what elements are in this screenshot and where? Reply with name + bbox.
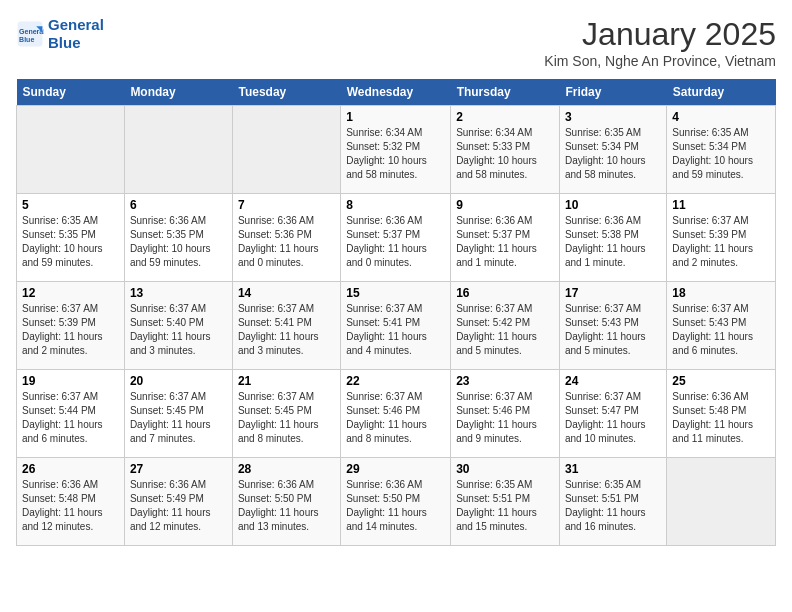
calendar-cell: 4Sunrise: 6:35 AM Sunset: 5:34 PM Daylig… xyxy=(667,106,776,194)
day-info: Sunrise: 6:36 AM Sunset: 5:48 PM Dayligh… xyxy=(672,390,770,446)
day-number: 13 xyxy=(130,286,227,300)
calendar-cell: 8Sunrise: 6:36 AM Sunset: 5:37 PM Daylig… xyxy=(341,194,451,282)
calendar-cell: 10Sunrise: 6:36 AM Sunset: 5:38 PM Dayli… xyxy=(559,194,666,282)
day-info: Sunrise: 6:35 AM Sunset: 5:51 PM Dayligh… xyxy=(456,478,554,534)
day-info: Sunrise: 6:35 AM Sunset: 5:34 PM Dayligh… xyxy=(565,126,661,182)
week-row-4: 19Sunrise: 6:37 AM Sunset: 5:44 PM Dayli… xyxy=(17,370,776,458)
calendar-cell: 17Sunrise: 6:37 AM Sunset: 5:43 PM Dayli… xyxy=(559,282,666,370)
day-info: Sunrise: 6:35 AM Sunset: 5:35 PM Dayligh… xyxy=(22,214,119,270)
day-info: Sunrise: 6:34 AM Sunset: 5:32 PM Dayligh… xyxy=(346,126,445,182)
day-number: 20 xyxy=(130,374,227,388)
calendar-cell: 27Sunrise: 6:36 AM Sunset: 5:49 PM Dayli… xyxy=(124,458,232,546)
day-number: 16 xyxy=(456,286,554,300)
day-info: Sunrise: 6:37 AM Sunset: 5:43 PM Dayligh… xyxy=(565,302,661,358)
day-info: Sunrise: 6:36 AM Sunset: 5:50 PM Dayligh… xyxy=(346,478,445,534)
week-row-2: 5Sunrise: 6:35 AM Sunset: 5:35 PM Daylig… xyxy=(17,194,776,282)
day-number: 23 xyxy=(456,374,554,388)
calendar-cell: 9Sunrise: 6:36 AM Sunset: 5:37 PM Daylig… xyxy=(451,194,560,282)
day-info: Sunrise: 6:37 AM Sunset: 5:45 PM Dayligh… xyxy=(130,390,227,446)
title-block: January 2025 Kim Son, Nghe An Province, … xyxy=(544,16,776,69)
calendar-cell: 14Sunrise: 6:37 AM Sunset: 5:41 PM Dayli… xyxy=(232,282,340,370)
day-info: Sunrise: 6:36 AM Sunset: 5:35 PM Dayligh… xyxy=(130,214,227,270)
day-number: 30 xyxy=(456,462,554,476)
day-info: Sunrise: 6:35 AM Sunset: 5:34 PM Dayligh… xyxy=(672,126,770,182)
day-info: Sunrise: 6:37 AM Sunset: 5:44 PM Dayligh… xyxy=(22,390,119,446)
day-number: 8 xyxy=(346,198,445,212)
day-info: Sunrise: 6:36 AM Sunset: 5:36 PM Dayligh… xyxy=(238,214,335,270)
day-info: Sunrise: 6:37 AM Sunset: 5:39 PM Dayligh… xyxy=(22,302,119,358)
svg-text:Blue: Blue xyxy=(19,36,34,43)
day-info: Sunrise: 6:37 AM Sunset: 5:43 PM Dayligh… xyxy=(672,302,770,358)
calendar-cell: 30Sunrise: 6:35 AM Sunset: 5:51 PM Dayli… xyxy=(451,458,560,546)
day-info: Sunrise: 6:37 AM Sunset: 5:47 PM Dayligh… xyxy=(565,390,661,446)
day-info: Sunrise: 6:37 AM Sunset: 5:40 PM Dayligh… xyxy=(130,302,227,358)
day-number: 22 xyxy=(346,374,445,388)
day-number: 10 xyxy=(565,198,661,212)
weekday-header-sunday: Sunday xyxy=(17,79,125,106)
day-number: 17 xyxy=(565,286,661,300)
day-info: Sunrise: 6:37 AM Sunset: 5:46 PM Dayligh… xyxy=(346,390,445,446)
week-row-5: 26Sunrise: 6:36 AM Sunset: 5:48 PM Dayli… xyxy=(17,458,776,546)
calendar-cell: 21Sunrise: 6:37 AM Sunset: 5:45 PM Dayli… xyxy=(232,370,340,458)
day-info: Sunrise: 6:36 AM Sunset: 5:37 PM Dayligh… xyxy=(456,214,554,270)
calendar-cell: 7Sunrise: 6:36 AM Sunset: 5:36 PM Daylig… xyxy=(232,194,340,282)
day-number: 6 xyxy=(130,198,227,212)
day-number: 27 xyxy=(130,462,227,476)
weekday-header-tuesday: Tuesday xyxy=(232,79,340,106)
day-number: 29 xyxy=(346,462,445,476)
calendar-cell: 22Sunrise: 6:37 AM Sunset: 5:46 PM Dayli… xyxy=(341,370,451,458)
calendar-cell: 5Sunrise: 6:35 AM Sunset: 5:35 PM Daylig… xyxy=(17,194,125,282)
weekday-header-saturday: Saturday xyxy=(667,79,776,106)
calendar-cell: 16Sunrise: 6:37 AM Sunset: 5:42 PM Dayli… xyxy=(451,282,560,370)
day-info: Sunrise: 6:37 AM Sunset: 5:42 PM Dayligh… xyxy=(456,302,554,358)
day-number: 4 xyxy=(672,110,770,124)
day-number: 1 xyxy=(346,110,445,124)
day-info: Sunrise: 6:36 AM Sunset: 5:50 PM Dayligh… xyxy=(238,478,335,534)
calendar-cell: 31Sunrise: 6:35 AM Sunset: 5:51 PM Dayli… xyxy=(559,458,666,546)
calendar-cell: 24Sunrise: 6:37 AM Sunset: 5:47 PM Dayli… xyxy=(559,370,666,458)
day-number: 25 xyxy=(672,374,770,388)
day-info: Sunrise: 6:37 AM Sunset: 5:46 PM Dayligh… xyxy=(456,390,554,446)
calendar-cell: 2Sunrise: 6:34 AM Sunset: 5:33 PM Daylig… xyxy=(451,106,560,194)
page-header: General Blue General Blue January 2025 K… xyxy=(16,16,776,69)
month-title: January 2025 xyxy=(544,16,776,53)
day-number: 31 xyxy=(565,462,661,476)
calendar-cell xyxy=(667,458,776,546)
calendar-cell: 18Sunrise: 6:37 AM Sunset: 5:43 PM Dayli… xyxy=(667,282,776,370)
day-info: Sunrise: 6:36 AM Sunset: 5:38 PM Dayligh… xyxy=(565,214,661,270)
calendar-cell: 3Sunrise: 6:35 AM Sunset: 5:34 PM Daylig… xyxy=(559,106,666,194)
day-info: Sunrise: 6:37 AM Sunset: 5:45 PM Dayligh… xyxy=(238,390,335,446)
day-info: Sunrise: 6:37 AM Sunset: 5:41 PM Dayligh… xyxy=(238,302,335,358)
day-info: Sunrise: 6:36 AM Sunset: 5:37 PM Dayligh… xyxy=(346,214,445,270)
calendar-cell: 28Sunrise: 6:36 AM Sunset: 5:50 PM Dayli… xyxy=(232,458,340,546)
day-number: 14 xyxy=(238,286,335,300)
calendar-cell: 29Sunrise: 6:36 AM Sunset: 5:50 PM Dayli… xyxy=(341,458,451,546)
day-number: 5 xyxy=(22,198,119,212)
logo-line1: General xyxy=(48,16,104,34)
calendar-cell: 20Sunrise: 6:37 AM Sunset: 5:45 PM Dayli… xyxy=(124,370,232,458)
day-info: Sunrise: 6:37 AM Sunset: 5:41 PM Dayligh… xyxy=(346,302,445,358)
calendar-cell: 23Sunrise: 6:37 AM Sunset: 5:46 PM Dayli… xyxy=(451,370,560,458)
day-number: 26 xyxy=(22,462,119,476)
weekday-header-thursday: Thursday xyxy=(451,79,560,106)
calendar-cell: 1Sunrise: 6:34 AM Sunset: 5:32 PM Daylig… xyxy=(341,106,451,194)
week-row-1: 1Sunrise: 6:34 AM Sunset: 5:32 PM Daylig… xyxy=(17,106,776,194)
calendar-cell xyxy=(232,106,340,194)
calendar-cell: 11Sunrise: 6:37 AM Sunset: 5:39 PM Dayli… xyxy=(667,194,776,282)
calendar-cell xyxy=(124,106,232,194)
day-number: 19 xyxy=(22,374,119,388)
day-number: 3 xyxy=(565,110,661,124)
day-number: 7 xyxy=(238,198,335,212)
day-info: Sunrise: 6:34 AM Sunset: 5:33 PM Dayligh… xyxy=(456,126,554,182)
calendar-cell: 12Sunrise: 6:37 AM Sunset: 5:39 PM Dayli… xyxy=(17,282,125,370)
day-info: Sunrise: 6:37 AM Sunset: 5:39 PM Dayligh… xyxy=(672,214,770,270)
calendar-table: SundayMondayTuesdayWednesdayThursdayFrid… xyxy=(16,79,776,546)
day-number: 28 xyxy=(238,462,335,476)
day-number: 18 xyxy=(672,286,770,300)
logo-line2: Blue xyxy=(48,34,104,52)
calendar-cell: 25Sunrise: 6:36 AM Sunset: 5:48 PM Dayli… xyxy=(667,370,776,458)
calendar-cell: 6Sunrise: 6:36 AM Sunset: 5:35 PM Daylig… xyxy=(124,194,232,282)
calendar-cell: 26Sunrise: 6:36 AM Sunset: 5:48 PM Dayli… xyxy=(17,458,125,546)
day-number: 21 xyxy=(238,374,335,388)
day-number: 11 xyxy=(672,198,770,212)
